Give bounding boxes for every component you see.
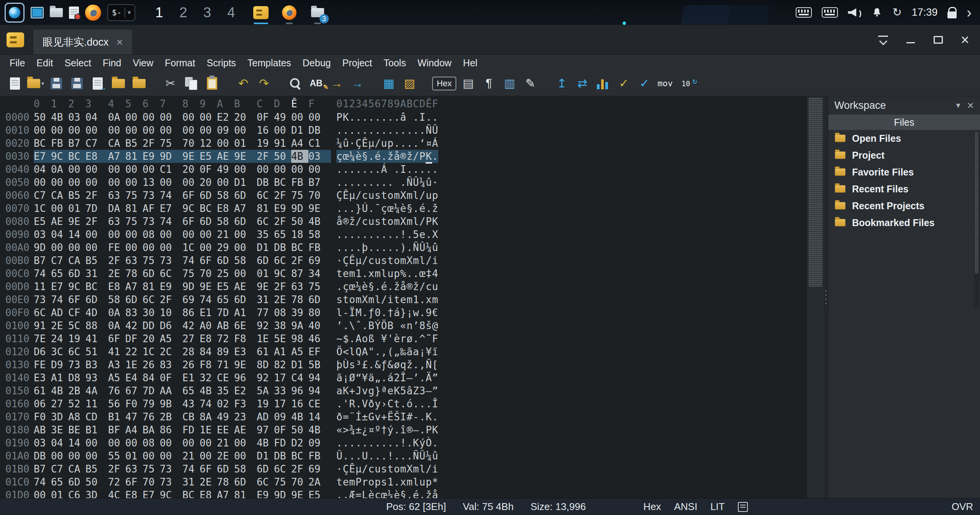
byte-cell[interactable]: 23 xyxy=(234,410,251,423)
byte-cell[interactable]: 75 xyxy=(143,254,160,267)
byte-cell[interactable]: 4B xyxy=(200,384,217,397)
byte-cell[interactable]: 2F xyxy=(160,293,177,306)
byte-cell[interactable]: 14 xyxy=(68,228,85,241)
byte-cell[interactable]: 2F xyxy=(108,463,125,476)
byte-cell[interactable]: 20 xyxy=(200,176,217,189)
byte-cells[interactable]: D63C6C5141221C2C288489E361A1A5EF xyxy=(34,345,331,358)
byte-cell[interactable]: 56 xyxy=(108,397,125,410)
byte-cell[interactable]: E5 xyxy=(200,150,217,163)
byte-cell[interactable]: 73 xyxy=(160,463,177,476)
byte-cell[interactable]: 21 xyxy=(182,449,200,463)
byte-cell[interactable]: 73 xyxy=(160,476,177,489)
byte-cell[interactable]: 67 xyxy=(125,384,143,397)
byte-cell[interactable]: E2 xyxy=(234,384,251,397)
workspace-close-icon[interactable]: × xyxy=(967,100,974,111)
byte-cell[interactable]: 00 xyxy=(143,241,160,254)
byte-cells[interactable]: 614B2B4A76677DAA654B35E25A339694 xyxy=(34,384,331,397)
byte-cell[interactable]: 00 xyxy=(68,449,85,463)
byte-cell[interactable]: 6C xyxy=(257,476,274,489)
byte-cell[interactable]: 00 xyxy=(217,176,234,189)
value-coding-toggle[interactable]: Hex xyxy=(643,501,661,513)
byte-cell[interactable]: E8 xyxy=(200,332,217,345)
byte-cell[interactable]: 26 xyxy=(182,358,200,371)
byte-cell[interactable]: 8D xyxy=(257,358,274,371)
byte-cell[interactable]: 03 xyxy=(34,228,51,241)
validate-button[interactable]: ✓ xyxy=(636,74,653,93)
byte-cell[interactable]: 6D xyxy=(200,189,217,202)
workspace-item-open-files[interactable]: Open Files xyxy=(828,130,980,147)
close-button[interactable]: × xyxy=(961,36,969,44)
byte-cell[interactable]: CA xyxy=(51,189,68,202)
byte-cell[interactable]: 0F xyxy=(257,111,274,124)
ascii-cells[interactable]: tem1.xmlup%..œ‡4 xyxy=(336,267,438,280)
byte-cell[interactable]: 00 xyxy=(108,436,125,449)
byte-cell[interactable]: EF xyxy=(308,345,326,358)
byte-cell[interactable]: 00 xyxy=(274,163,291,176)
byte-order-toggle[interactable]: LIT xyxy=(710,501,725,513)
byte-cell[interactable]: 81 xyxy=(125,202,143,215)
byte-cell[interactable]: 70 xyxy=(291,476,308,489)
workspace-item-recent-projects[interactable]: Recent Projects xyxy=(828,197,980,214)
byte-cells[interactable]: 0000000000001300002000D1DBBCFBB7 xyxy=(34,176,331,189)
byte-cell[interactable]: 81 xyxy=(257,202,274,215)
show-nonprinting-button[interactable]: ¶ xyxy=(480,74,498,93)
byte-cell[interactable]: E5 xyxy=(34,215,51,228)
byte-cell[interactable]: E8 xyxy=(217,202,234,215)
byte-cell[interactable]: 74 xyxy=(160,215,177,228)
workspace-item-recent-files[interactable]: Recent Files xyxy=(828,180,980,197)
byte-cell[interactable]: FE xyxy=(34,358,51,371)
byte-cell[interactable]: 42 xyxy=(125,319,143,332)
byte-cell[interactable]: 01 xyxy=(51,489,68,498)
byte-cells[interactable]: 73746F6D586D6C2F6974656D312E786D xyxy=(34,293,331,306)
byte-cell[interactable]: 17 xyxy=(274,371,291,384)
byte-cells[interactable]: BCFBB7C7CAB52F75701200011991A4C1 xyxy=(34,137,331,150)
byte-cell[interactable]: 00 xyxy=(160,111,177,124)
byte-cell[interactable]: 06 xyxy=(34,397,51,410)
byte-cell[interactable]: 0F xyxy=(200,163,217,176)
ascii-cells[interactable]: çœ¼è§.é.žå®ž/PK. xyxy=(336,150,438,163)
byte-cell[interactable]: 01 xyxy=(234,137,251,150)
byte-cell[interactable]: E8 xyxy=(125,489,143,498)
byte-cell[interactable]: 46 xyxy=(308,332,326,345)
byte-cell[interactable]: B5 xyxy=(85,463,103,476)
byte-cell[interactable]: 6D xyxy=(200,215,217,228)
byte-cell[interactable]: 00 xyxy=(51,176,68,189)
byte-cell[interactable]: 65 xyxy=(51,476,68,489)
byte-cell[interactable]: 02 xyxy=(217,397,234,410)
byte-cell[interactable]: E5 xyxy=(308,489,326,498)
byte-cell[interactable]: 00 xyxy=(85,124,103,137)
byte-cell[interactable]: 16 xyxy=(291,397,308,410)
byte-cell[interactable]: 13 xyxy=(143,176,160,189)
byte-cell[interactable]: 84 xyxy=(143,371,160,384)
byte-cell[interactable]: 2E xyxy=(274,293,291,306)
byte-swap-button[interactable]: ⇄ xyxy=(574,74,591,93)
byte-cell[interactable]: 31 xyxy=(182,476,200,489)
byte-cell[interactable]: 6D xyxy=(85,293,103,306)
byte-cell[interactable]: 72 xyxy=(217,332,234,345)
byte-cell[interactable]: F0 xyxy=(34,410,51,423)
byte-cell[interactable]: 00 xyxy=(85,436,103,449)
copy-button[interactable] xyxy=(182,74,200,93)
export-file-button[interactable] xyxy=(89,74,107,93)
byte-cell[interactable]: 00 xyxy=(108,124,125,137)
byte-cell[interactable]: 01 xyxy=(257,267,274,280)
byte-cell[interactable]: 08 xyxy=(143,436,160,449)
menu-hel[interactable]: Hel xyxy=(457,57,483,69)
byte-cell[interactable]: 92 xyxy=(257,371,274,384)
byte-cell[interactable]: A7 xyxy=(125,280,143,293)
byte-cell[interactable]: 6D xyxy=(234,476,251,489)
byte-cell[interactable]: 4B xyxy=(51,111,68,124)
ascii-cells[interactable]: þÙs³£.&ƒ&øqž.‚Ñ[ xyxy=(336,358,438,371)
byte-cell[interactable]: 20 xyxy=(182,163,200,176)
ascii-cells[interactable]: temProps1.xmlup* xyxy=(336,476,438,489)
byte-cell[interactable]: A7 xyxy=(108,150,125,163)
byte-cell[interactable]: 41 xyxy=(85,332,103,345)
replace-button[interactable]: AB xyxy=(307,74,325,93)
byte-cell[interactable]: BF xyxy=(108,423,125,436)
workspace-scrollbar[interactable] xyxy=(974,131,979,308)
byte-cell[interactable]: 27 xyxy=(182,332,200,345)
byte-cell[interactable]: FB xyxy=(51,137,68,150)
byte-cell[interactable]: 0A xyxy=(108,319,125,332)
ascii-cells[interactable]: ð=¨Í±Gv+ËŠI#-.K. xyxy=(336,410,438,423)
byte-cell[interactable]: 00 xyxy=(160,176,177,189)
